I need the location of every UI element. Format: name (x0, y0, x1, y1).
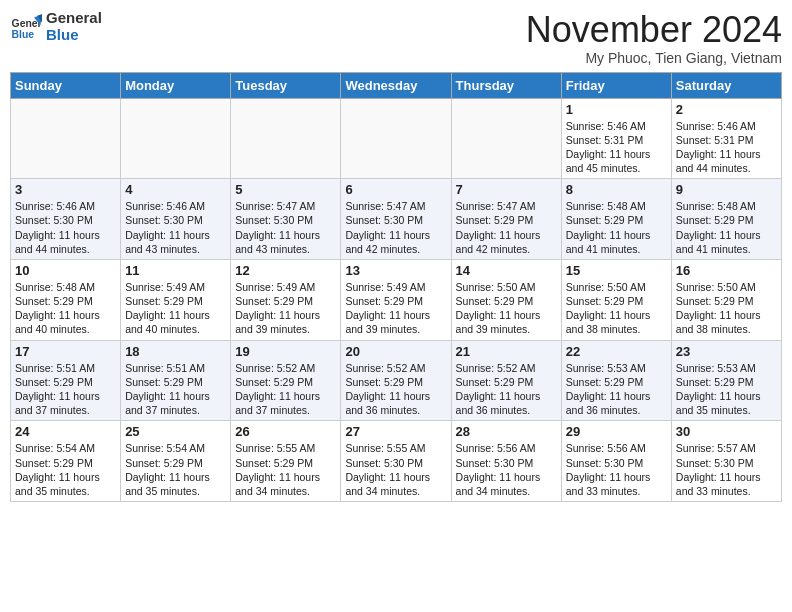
calendar-cell: 11Sunrise: 5:49 AM Sunset: 5:29 PM Dayli… (121, 259, 231, 340)
calendar-cell: 10Sunrise: 5:48 AM Sunset: 5:29 PM Dayli… (11, 259, 121, 340)
day-info: Sunrise: 5:53 AM Sunset: 5:29 PM Dayligh… (566, 361, 667, 418)
day-info: Sunrise: 5:55 AM Sunset: 5:29 PM Dayligh… (235, 441, 336, 498)
day-info: Sunrise: 5:46 AM Sunset: 5:30 PM Dayligh… (15, 199, 116, 256)
calendar-cell: 16Sunrise: 5:50 AM Sunset: 5:29 PM Dayli… (671, 259, 781, 340)
day-info: Sunrise: 5:48 AM Sunset: 5:29 PM Dayligh… (15, 280, 116, 337)
weekday-header-saturday: Saturday (671, 72, 781, 98)
day-info: Sunrise: 5:55 AM Sunset: 5:30 PM Dayligh… (345, 441, 446, 498)
calendar-cell: 1Sunrise: 5:46 AM Sunset: 5:31 PM Daylig… (561, 98, 671, 179)
calendar-cell: 9Sunrise: 5:48 AM Sunset: 5:29 PM Daylig… (671, 179, 781, 260)
day-info: Sunrise: 5:54 AM Sunset: 5:29 PM Dayligh… (125, 441, 226, 498)
day-number: 2 (676, 102, 777, 117)
calendar-week-row: 24Sunrise: 5:54 AM Sunset: 5:29 PM Dayli… (11, 421, 782, 502)
day-number: 14 (456, 263, 557, 278)
calendar-cell: 8Sunrise: 5:48 AM Sunset: 5:29 PM Daylig… (561, 179, 671, 260)
weekday-header-sunday: Sunday (11, 72, 121, 98)
day-info: Sunrise: 5:53 AM Sunset: 5:29 PM Dayligh… (676, 361, 777, 418)
day-number: 20 (345, 344, 446, 359)
day-info: Sunrise: 5:52 AM Sunset: 5:29 PM Dayligh… (345, 361, 446, 418)
calendar-cell: 20Sunrise: 5:52 AM Sunset: 5:29 PM Dayli… (341, 340, 451, 421)
day-number: 8 (566, 182, 667, 197)
calendar-header-row: SundayMondayTuesdayWednesdayThursdayFrid… (11, 72, 782, 98)
day-number: 19 (235, 344, 336, 359)
day-number: 25 (125, 424, 226, 439)
day-number: 13 (345, 263, 446, 278)
calendar-cell: 24Sunrise: 5:54 AM Sunset: 5:29 PM Dayli… (11, 421, 121, 502)
day-info: Sunrise: 5:50 AM Sunset: 5:29 PM Dayligh… (676, 280, 777, 337)
day-number: 16 (676, 263, 777, 278)
calendar-cell (451, 98, 561, 179)
calendar-cell: 29Sunrise: 5:56 AM Sunset: 5:30 PM Dayli… (561, 421, 671, 502)
day-number: 30 (676, 424, 777, 439)
day-info: Sunrise: 5:50 AM Sunset: 5:29 PM Dayligh… (456, 280, 557, 337)
day-info: Sunrise: 5:52 AM Sunset: 5:29 PM Dayligh… (456, 361, 557, 418)
day-info: Sunrise: 5:57 AM Sunset: 5:30 PM Dayligh… (676, 441, 777, 498)
day-info: Sunrise: 5:46 AM Sunset: 5:31 PM Dayligh… (566, 119, 667, 176)
day-number: 18 (125, 344, 226, 359)
calendar-cell: 19Sunrise: 5:52 AM Sunset: 5:29 PM Dayli… (231, 340, 341, 421)
calendar-cell: 27Sunrise: 5:55 AM Sunset: 5:30 PM Dayli… (341, 421, 451, 502)
day-number: 21 (456, 344, 557, 359)
location-subtitle: My Phuoc, Tien Giang, Vietnam (526, 50, 782, 66)
day-number: 24 (15, 424, 116, 439)
day-info: Sunrise: 5:56 AM Sunset: 5:30 PM Dayligh… (456, 441, 557, 498)
day-info: Sunrise: 5:49 AM Sunset: 5:29 PM Dayligh… (345, 280, 446, 337)
day-number: 10 (15, 263, 116, 278)
day-number: 26 (235, 424, 336, 439)
calendar-cell: 17Sunrise: 5:51 AM Sunset: 5:29 PM Dayli… (11, 340, 121, 421)
calendar-cell (231, 98, 341, 179)
calendar-cell: 15Sunrise: 5:50 AM Sunset: 5:29 PM Dayli… (561, 259, 671, 340)
calendar-cell: 2Sunrise: 5:46 AM Sunset: 5:31 PM Daylig… (671, 98, 781, 179)
day-number: 11 (125, 263, 226, 278)
calendar-cell: 30Sunrise: 5:57 AM Sunset: 5:30 PM Dayli… (671, 421, 781, 502)
day-number: 4 (125, 182, 226, 197)
calendar-cell (121, 98, 231, 179)
day-info: Sunrise: 5:47 AM Sunset: 5:30 PM Dayligh… (235, 199, 336, 256)
day-info: Sunrise: 5:52 AM Sunset: 5:29 PM Dayligh… (235, 361, 336, 418)
calendar-cell: 25Sunrise: 5:54 AM Sunset: 5:29 PM Dayli… (121, 421, 231, 502)
calendar-week-row: 10Sunrise: 5:48 AM Sunset: 5:29 PM Dayli… (11, 259, 782, 340)
calendar-cell: 5Sunrise: 5:47 AM Sunset: 5:30 PM Daylig… (231, 179, 341, 260)
weekday-header-thursday: Thursday (451, 72, 561, 98)
page-header: General Blue General Blue November 2024 … (10, 10, 782, 66)
logo-blue: Blue (46, 27, 102, 44)
weekday-header-friday: Friday (561, 72, 671, 98)
day-number: 27 (345, 424, 446, 439)
calendar-cell (11, 98, 121, 179)
day-number: 29 (566, 424, 667, 439)
calendar-cell: 13Sunrise: 5:49 AM Sunset: 5:29 PM Dayli… (341, 259, 451, 340)
calendar-cell: 26Sunrise: 5:55 AM Sunset: 5:29 PM Dayli… (231, 421, 341, 502)
day-info: Sunrise: 5:48 AM Sunset: 5:29 PM Dayligh… (676, 199, 777, 256)
day-number: 28 (456, 424, 557, 439)
logo-wordmark: General Blue (46, 10, 102, 43)
month-title: November 2024 (526, 10, 782, 50)
logo-general: General (46, 10, 102, 27)
logo: General Blue General Blue (10, 10, 102, 43)
calendar-cell: 21Sunrise: 5:52 AM Sunset: 5:29 PM Dayli… (451, 340, 561, 421)
day-info: Sunrise: 5:47 AM Sunset: 5:29 PM Dayligh… (456, 199, 557, 256)
day-number: 23 (676, 344, 777, 359)
day-info: Sunrise: 5:47 AM Sunset: 5:30 PM Dayligh… (345, 199, 446, 256)
day-info: Sunrise: 5:50 AM Sunset: 5:29 PM Dayligh… (566, 280, 667, 337)
calendar-cell: 14Sunrise: 5:50 AM Sunset: 5:29 PM Dayli… (451, 259, 561, 340)
calendar-cell: 18Sunrise: 5:51 AM Sunset: 5:29 PM Dayli… (121, 340, 231, 421)
day-number: 22 (566, 344, 667, 359)
calendar-cell: 4Sunrise: 5:46 AM Sunset: 5:30 PM Daylig… (121, 179, 231, 260)
calendar-cell: 7Sunrise: 5:47 AM Sunset: 5:29 PM Daylig… (451, 179, 561, 260)
day-info: Sunrise: 5:49 AM Sunset: 5:29 PM Dayligh… (125, 280, 226, 337)
day-info: Sunrise: 5:46 AM Sunset: 5:30 PM Dayligh… (125, 199, 226, 256)
day-number: 1 (566, 102, 667, 117)
weekday-header-monday: Monday (121, 72, 231, 98)
calendar-cell: 28Sunrise: 5:56 AM Sunset: 5:30 PM Dayli… (451, 421, 561, 502)
day-number: 6 (345, 182, 446, 197)
day-info: Sunrise: 5:49 AM Sunset: 5:29 PM Dayligh… (235, 280, 336, 337)
day-number: 12 (235, 263, 336, 278)
day-number: 5 (235, 182, 336, 197)
day-info: Sunrise: 5:48 AM Sunset: 5:29 PM Dayligh… (566, 199, 667, 256)
weekday-header-wednesday: Wednesday (341, 72, 451, 98)
calendar-cell: 3Sunrise: 5:46 AM Sunset: 5:30 PM Daylig… (11, 179, 121, 260)
day-number: 3 (15, 182, 116, 197)
day-info: Sunrise: 5:51 AM Sunset: 5:29 PM Dayligh… (125, 361, 226, 418)
calendar-week-row: 3Sunrise: 5:46 AM Sunset: 5:30 PM Daylig… (11, 179, 782, 260)
logo-icon: General Blue (10, 11, 42, 43)
